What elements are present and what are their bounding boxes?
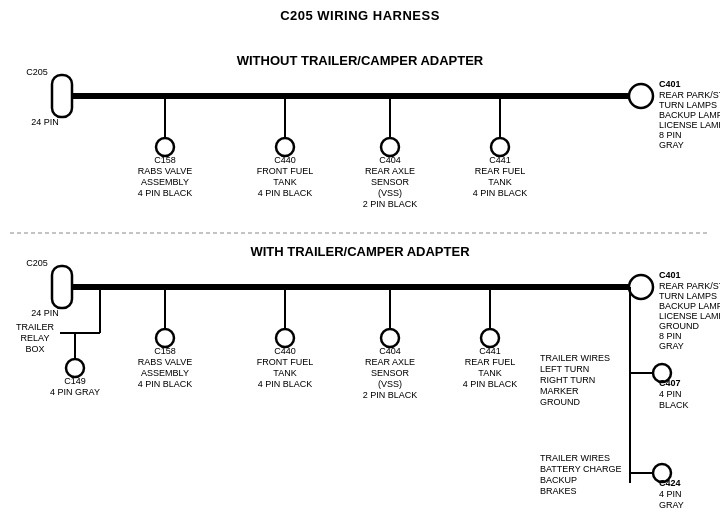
s2-c407-desc2: LEFT TURN: [540, 364, 589, 374]
s2-c404-circle: [381, 329, 399, 347]
s1-c401-desc3: BACKUP LAMPS: [659, 110, 720, 120]
s2-c158-label3: ASSEMBLY: [141, 368, 189, 378]
s2-c205-pin: 24 PIN: [31, 308, 59, 318]
s1-c404-label3: SENSOR: [371, 177, 410, 187]
s2-c441-label3: TANK: [478, 368, 501, 378]
s2-c158-label1: C158: [154, 346, 176, 356]
s1-c401-label: C401: [659, 79, 681, 89]
diagram-container: WITHOUT TRAILER/CAMPER ADAPTER C205 24 P…: [0, 23, 720, 517]
s2-c440-label2: FRONT FUEL: [257, 357, 313, 367]
s2-c407-desc1: TRAILER WIRES: [540, 353, 610, 363]
s1-c401-circle: [629, 84, 653, 108]
s2-c441-circle: [481, 329, 499, 347]
s2-c404-label2: REAR AXLE: [365, 357, 415, 367]
wiring-diagram-svg: WITHOUT TRAILER/CAMPER ADAPTER C205 24 P…: [0, 23, 720, 517]
s2-c424-color: GRAY: [659, 500, 684, 510]
s2-c407-color: BLACK: [659, 400, 689, 410]
s1-c401-color: GRAY: [659, 140, 684, 150]
s2-c404-label3: SENSOR: [371, 368, 410, 378]
s2-c407-desc5: GROUND: [540, 397, 580, 407]
s2-c440-label1: C440: [274, 346, 296, 356]
s2-c401-desc5: GROUND: [659, 321, 699, 331]
s2-c404-label5: 2 PIN BLACK: [363, 390, 418, 400]
s1-c440-label3: TANK: [273, 177, 296, 187]
s2-c401-circle: [629, 275, 653, 299]
s2-c424-desc3: BACKUP: [540, 475, 577, 485]
s1-c205-pin: 24 PIN: [31, 117, 59, 127]
s1-c158-circle: [156, 138, 174, 156]
s2-c401-label: C401: [659, 270, 681, 280]
s1-c404-circle: [381, 138, 399, 156]
s2-c440-label4: 4 PIN BLACK: [258, 379, 313, 389]
s1-c441-label4: 4 PIN BLACK: [473, 188, 528, 198]
s1-c404-label2: REAR AXLE: [365, 166, 415, 176]
s2-c158-label4: 4 PIN BLACK: [138, 379, 193, 389]
s2-c149-label2: 4 PIN GRAY: [50, 387, 100, 397]
s1-c158-label3: ASSEMBLY: [141, 177, 189, 187]
s1-c401-pin: 8 PIN: [659, 130, 682, 140]
s1-c205-rect: [52, 75, 72, 117]
s1-c441-label3: TANK: [488, 177, 511, 187]
s1-c158-label1: C158: [154, 155, 176, 165]
s2-c401-desc4: LICENSE LAMPS: [659, 311, 720, 321]
s2-c441-label1: C441: [479, 346, 501, 356]
s1-c440-label1: C440: [274, 155, 296, 165]
s2-c424-desc2: BATTERY CHARGE: [540, 464, 622, 474]
s2-c205-label: C205: [26, 258, 48, 268]
s1-c401-desc4: LICENSE LAMPS: [659, 120, 720, 130]
s2-c407-label: C407: [659, 378, 681, 388]
s2-c158-circle: [156, 329, 174, 347]
s2-c424-desc1: TRAILER WIRES: [540, 453, 610, 463]
s1-c441-circle: [491, 138, 509, 156]
s1-c404-label1: C404: [379, 155, 401, 165]
s2-c401-desc3: BACKUP LAMPS: [659, 301, 720, 311]
s2-c205-rect: [52, 266, 72, 308]
s1-c440-circle: [276, 138, 294, 156]
s2-c401-pin: 8 PIN: [659, 331, 682, 341]
s2-c407-pin: 4 PIN: [659, 389, 682, 399]
s1-c158-label4: 4 PIN BLACK: [138, 188, 193, 198]
s1-c441-label1: C441: [489, 155, 511, 165]
s1-c404-label4: (VSS): [378, 188, 402, 198]
s1-c205-label: C205: [26, 67, 48, 77]
s1-c404-label5: 2 PIN BLACK: [363, 199, 418, 209]
s1-c440-label4: 4 PIN BLACK: [258, 188, 313, 198]
section1-label: WITHOUT TRAILER/CAMPER ADAPTER: [237, 53, 484, 68]
s2-c149-label1: C149: [64, 376, 86, 386]
s2-c158-label2: RABS VALVE: [138, 357, 193, 367]
s2-relay-label2: RELAY: [21, 333, 50, 343]
s1-c158-label2: RABS VALVE: [138, 166, 193, 176]
s2-c441-label4: 4 PIN BLACK: [463, 379, 518, 389]
s2-c401-color: GRAY: [659, 341, 684, 351]
s1-c441-label2: REAR FUEL: [475, 166, 526, 176]
s2-c149-circle: [66, 359, 84, 377]
s2-c407-desc4: MARKER: [540, 386, 579, 396]
s2-c441-label2: REAR FUEL: [465, 357, 516, 367]
s2-c424-pin: 4 PIN: [659, 489, 682, 499]
section2-label: WITH TRAILER/CAMPER ADAPTER: [250, 244, 470, 259]
s1-c440-label2: FRONT FUEL: [257, 166, 313, 176]
s2-c424-label: C424: [659, 478, 681, 488]
s1-c401-desc2: TURN LAMPS: [659, 100, 717, 110]
s2-c401-desc1: REAR PARK/STOP: [659, 281, 720, 291]
s2-c407-desc3: RIGHT TURN: [540, 375, 595, 385]
s2-c440-label3: TANK: [273, 368, 296, 378]
page-title: C205 WIRING HARNESS: [0, 0, 720, 23]
s1-c401-desc1: REAR PARK/STOP: [659, 90, 720, 100]
s2-relay-label3: BOX: [25, 344, 44, 354]
s2-c401-desc2: TURN LAMPS: [659, 291, 717, 301]
s2-c424-desc4: BRAKES: [540, 486, 577, 496]
s2-c440-circle: [276, 329, 294, 347]
s2-relay-label1: TRAILER: [16, 322, 55, 332]
s2-c404-label1: C404: [379, 346, 401, 356]
s2-c404-label4: (VSS): [378, 379, 402, 389]
